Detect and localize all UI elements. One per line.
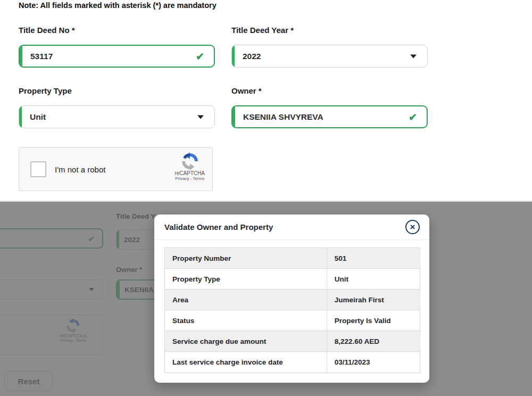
modal-body: Property Number 501 Property Type Unit A… [154,240,429,373]
title-deed-year-value: 2022 [232,52,261,61]
row-value: 03/11/2023 [327,352,420,373]
row-label: Area [165,290,327,310]
close-icon[interactable]: × [405,220,420,234]
check-icon: ✔ [409,112,417,122]
table-row: Property Type Unit [165,269,420,290]
row-label: Property Type [165,269,327,289]
table-row: Property Number 501 [165,248,420,269]
row-value: Jumeirah First [327,290,420,310]
dimmed-section: 53117 ✔ Title Deed Year * 2022 Owner * K… [0,201,532,396]
owner-label: Owner * [231,86,262,95]
title-deed-year-label: Title Deed Year * [231,26,294,35]
chevron-down-icon [197,115,204,119]
validate-owner-property-modal: Validate Owner and Property × Property N… [154,214,429,383]
title-deed-no-label: Title Deed No * [19,26,75,35]
modal-title: Validate Owner and Property [164,222,273,232]
title-deed-no-input[interactable]: 53117 ✔ [19,45,215,68]
row-value: Unit [327,269,420,289]
table-row: Area Jumeirah First [165,290,420,310]
recaptcha-checkbox[interactable] [30,161,46,177]
row-value: 501 [327,248,420,268]
modal-header: Validate Owner and Property × [154,214,429,240]
row-label: Last service charge invoice date [165,352,327,373]
owner-value: KSENIIA SHVYREVA [232,112,323,122]
owner-input[interactable]: KSENIIA SHVYREVA ✔ [231,105,428,128]
mandatory-note: Note: All fields marked with asterisk (*… [19,1,217,10]
property-type-select[interactable]: Unit [19,105,215,128]
green-accent-bar [232,45,235,67]
row-value: 8,222.60 AED [327,331,420,351]
green-accent-bar [20,46,22,67]
recaptcha-privacy-terms[interactable]: Privacy - Terms [175,176,204,181]
title-deed-year-select[interactable]: 2022 [231,45,428,68]
row-value: Property Is Valid [327,310,420,331]
table-row: Status Property Is Valid [165,310,420,331]
recaptcha-label: I'm not a robot [55,165,105,174]
property-type-value: Unit [19,112,46,122]
green-accent-bar [19,106,22,128]
title-deed-no-value: 53117 [20,52,53,61]
property-type-label: Property Type [19,86,72,95]
recaptcha-brand: reCAPTCHA [174,170,205,176]
recaptcha-widget: I'm not a robot reCAPTCHA Privacy - Term… [19,147,213,191]
table-row: Last service charge invoice date 03/11/2… [165,352,420,373]
property-details-table: Property Number 501 Property Type Unit A… [164,248,420,373]
green-accent-bar [232,106,235,127]
row-label: Status [165,310,327,331]
table-row: Service charge due amount 8,222.60 AED [165,331,420,352]
close-x-glyph: × [410,222,415,232]
row-label: Property Number [165,248,327,268]
recaptcha-icon [181,152,199,170]
row-label: Service charge due amount [165,331,327,351]
check-icon: ✔ [196,51,204,61]
form-section: Note: All fields marked with asterisk (*… [0,0,532,201]
chevron-down-icon [410,54,417,58]
